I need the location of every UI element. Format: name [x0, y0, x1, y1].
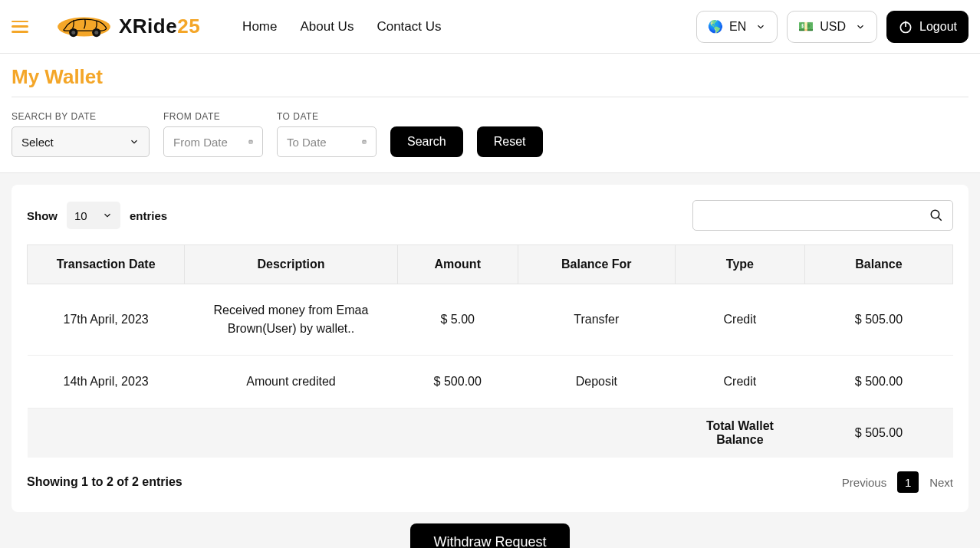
- svg-point-25: [931, 210, 939, 218]
- select-value: Select: [21, 136, 54, 149]
- svg-rect-13: [252, 142, 252, 143]
- pagination: Previous 1 Next: [842, 471, 953, 493]
- pagination-next[interactable]: Next: [929, 476, 953, 489]
- entries-select[interactable]: 10: [67, 202, 120, 229]
- menu-toggle-icon[interactable]: [12, 21, 28, 33]
- chevron-down-icon: [129, 136, 140, 147]
- search-by-date-label: SEARCH BY DATE: [12, 111, 150, 122]
- search-icon[interactable]: [929, 208, 943, 222]
- search-button[interactable]: Search: [390, 126, 463, 157]
- svg-rect-15: [251, 143, 252, 143]
- table-total-row: Total Wallet Balance $ 505.00: [28, 409, 953, 458]
- svg-rect-14: [250, 143, 251, 143]
- search-by-date-select[interactable]: Select: [12, 126, 150, 157]
- logout-label: Logout: [919, 20, 957, 34]
- svg-rect-11: [250, 142, 251, 143]
- total-label: Total Wallet Balance: [675, 409, 804, 458]
- col-header-description[interactable]: Description: [185, 245, 398, 284]
- power-icon: [898, 19, 913, 34]
- showing-info: Showing 1 to 2 of 2 entries: [27, 475, 183, 489]
- col-header-date[interactable]: Transaction Date: [28, 245, 185, 284]
- app-header: XRide25 Home About Us Contact Us 🌎 EN 💵 …: [0, 0, 980, 54]
- cell-amount: $ 5.00: [397, 284, 518, 356]
- col-header-type[interactable]: Type: [675, 245, 804, 284]
- reset-button[interactable]: Reset: [477, 126, 543, 157]
- cell-balance-for: Transfer: [518, 284, 675, 356]
- entries-control: Show 10 entries: [27, 202, 167, 229]
- table-search-input[interactable]: [702, 209, 929, 222]
- from-date-label: FROM DATE: [163, 111, 263, 122]
- table-row: 14th April, 2023 Amount credited $ 500.0…: [28, 356, 953, 409]
- svg-point-4: [94, 31, 98, 34]
- svg-rect-21: [364, 142, 365, 143]
- pagination-previous[interactable]: Previous: [842, 476, 886, 489]
- logout-button[interactable]: Logout: [886, 11, 968, 43]
- cell-type: Credit: [675, 284, 804, 356]
- page-title: My Wallet: [12, 65, 968, 89]
- currency-selector[interactable]: 💵 USD: [787, 11, 877, 43]
- col-header-amount[interactable]: Amount: [397, 245, 518, 284]
- cell-balance-for: Deposit: [518, 356, 675, 409]
- cell-balance: $ 500.00: [804, 356, 952, 409]
- svg-rect-12: [251, 142, 252, 143]
- pagination-page-1[interactable]: 1: [897, 471, 919, 493]
- cell-description: Received money from Emaa Brown(User) by …: [185, 284, 398, 356]
- language-selector[interactable]: 🌎 EN: [696, 11, 778, 43]
- money-icon: 💵: [798, 19, 814, 34]
- col-header-balance-for[interactable]: Balance For: [518, 245, 675, 284]
- brand-logo[interactable]: XRide25: [55, 11, 200, 43]
- cell-balance: $ 505.00: [804, 284, 952, 356]
- nav-about[interactable]: About Us: [300, 19, 354, 34]
- primary-nav: Home About Us Contact Us: [242, 19, 441, 34]
- svg-point-2: [71, 31, 75, 34]
- cell-description: Amount credited: [185, 356, 398, 409]
- total-value: $ 505.00: [804, 409, 952, 458]
- cell-date: 17th April, 2023: [28, 284, 185, 356]
- svg-line-26: [938, 217, 942, 221]
- wallet-card: Show 10 entries Transaction Date Descrip…: [12, 185, 968, 512]
- entries-value: 10: [74, 209, 87, 222]
- entries-label: entries: [130, 209, 167, 222]
- from-date-input[interactable]: [173, 136, 242, 149]
- nav-home[interactable]: Home: [242, 19, 277, 34]
- withdraw-section: Withdraw Request: [0, 523, 980, 548]
- brand-name: XRide25: [119, 15, 200, 38]
- from-date-input-wrapper: [163, 126, 263, 157]
- chevron-down-icon: [755, 21, 766, 32]
- chevron-down-icon: [102, 210, 113, 221]
- divider: [12, 97, 968, 97]
- table-search-box: [692, 200, 953, 231]
- calendar-icon[interactable]: [248, 135, 253, 149]
- col-header-balance[interactable]: Balance: [804, 245, 952, 284]
- svg-rect-23: [363, 143, 364, 143]
- car-icon: [55, 11, 113, 43]
- svg-rect-22: [365, 142, 366, 143]
- wallet-table: Transaction Date Description Amount Bala…: [27, 244, 953, 458]
- svg-rect-20: [363, 142, 364, 143]
- nav-contact[interactable]: Contact Us: [377, 19, 441, 34]
- table-row: 17th April, 2023 Received money from Ema…: [28, 284, 953, 356]
- language-code: EN: [729, 20, 746, 34]
- calendar-icon[interactable]: [362, 135, 367, 149]
- cell-amount: $ 500.00: [397, 356, 518, 409]
- filters-section: My Wallet SEARCH BY DATE Select FROM DAT…: [0, 54, 980, 173]
- globe-icon: 🌎: [708, 19, 723, 34]
- to-date-input[interactable]: [287, 136, 356, 149]
- currency-code: USD: [820, 20, 846, 34]
- chevron-down-icon: [855, 21, 866, 32]
- to-date-input-wrapper: [277, 126, 377, 157]
- withdraw-request-button[interactable]: Withdraw Request: [410, 523, 569, 548]
- svg-rect-24: [364, 143, 365, 143]
- to-date-label: TO DATE: [277, 111, 377, 122]
- cell-type: Credit: [675, 356, 804, 409]
- table-header-row: Transaction Date Description Amount Bala…: [28, 245, 953, 284]
- show-label: Show: [27, 209, 58, 222]
- cell-date: 14th April, 2023: [28, 356, 185, 409]
